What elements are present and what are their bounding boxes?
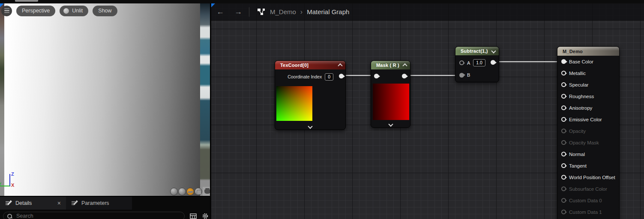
pin-label: World Position Offset <box>569 175 615 180</box>
tab-close-icon[interactable]: × <box>57 200 61 206</box>
collapse-down-icon[interactable] <box>491 48 496 53</box>
pin-normal[interactable] <box>561 152 566 156</box>
shape-cube-button[interactable] <box>195 188 202 195</box>
coordinate-index-value[interactable]: 0 <box>325 73 333 81</box>
perspective-button[interactable]: Perspective <box>16 6 55 16</box>
material-pin-row: Custom Data 0 <box>557 195 619 206</box>
search-box[interactable] <box>3 212 185 219</box>
collapse-up-icon[interactable] <box>402 63 407 68</box>
environment-left-edge <box>0 3 4 196</box>
material-pin-row: Tangent <box>557 160 619 171</box>
tab-parameters[interactable]: Parameters <box>66 197 132 210</box>
node-subtract[interactable]: Subtract(1,) A 1.0 B <box>455 46 499 82</box>
view-mode-label: Unlit <box>72 8 83 14</box>
show-label: Show <box>98 8 111 14</box>
chevron-down-icon <box>388 122 393 126</box>
node-material-header[interactable]: M_Demo <box>557 47 619 56</box>
pin-anisotropy[interactable] <box>561 105 566 110</box>
panel-focus-corner <box>211 3 215 7</box>
subtract-a-pin[interactable] <box>459 60 464 65</box>
coordinate-index-label: Coordinate Index <box>288 74 322 79</box>
z-axis-line <box>9 174 10 186</box>
pin-subsurface-color[interactable] <box>561 186 566 191</box>
material-graph-canvas[interactable]: ← → M_Demo › Material Graph TexCoord[0] … <box>211 3 644 219</box>
expand-toggle[interactable] <box>275 125 345 128</box>
shape-cylinder-button[interactable] <box>170 188 178 195</box>
window-tab-remnant <box>15 0 38 2</box>
material-preview-plane <box>4 3 200 196</box>
texcoord-output-pin[interactable] <box>339 74 344 78</box>
node-mask-title: Mask ( R ) <box>376 63 399 68</box>
axis-gizmo: Z X Y <box>0 170 26 191</box>
pin-emissive-color[interactable] <box>561 117 566 122</box>
shape-plane-button[interactable] <box>186 188 194 195</box>
mask-output-pin[interactable] <box>402 74 407 78</box>
subtract-input-b-row: B <box>459 72 470 78</box>
shape-sphere-button[interactable] <box>178 188 186 195</box>
pin-label: Custom Data 0 <box>569 198 602 203</box>
collapse-up-icon[interactable] <box>338 63 342 68</box>
tab-details[interactable]: Details × <box>0 197 66 210</box>
node-texcoord-header[interactable]: TexCoord[0] <box>275 61 345 69</box>
wire-subtract-to-basecolor[interactable] <box>492 61 563 62</box>
pin-label: Metallic <box>569 71 586 76</box>
pin-label: Anisotropy <box>569 105 592 111</box>
subtract-output-pin[interactable] <box>491 60 495 65</box>
search-input[interactable] <box>15 213 159 219</box>
node-subtract-title: Subtract(1,) <box>461 48 488 54</box>
preview-viewport[interactable]: Perspective Unlit Show Z X Y <box>0 3 210 196</box>
coordinate-index-row: Coordinate Index 0 <box>275 72 345 81</box>
pin-opacity-mask[interactable] <box>561 140 566 145</box>
window-top-strip <box>0 0 644 3</box>
details-search-row <box>0 211 210 219</box>
material-pin-row: Subsurface Color <box>557 183 619 195</box>
pin-roughness[interactable] <box>561 94 566 99</box>
forward-arrow-button[interactable]: → <box>229 7 247 16</box>
view-mode-icon <box>63 8 69 14</box>
material-pin-row: Emissive Color <box>557 114 619 125</box>
details-panel: Details × Parameters <box>0 196 210 219</box>
shape-teapot-button[interactable] <box>203 187 210 196</box>
mask-input-pin[interactable] <box>374 74 379 78</box>
subtract-a-value[interactable]: 1.0 <box>473 59 485 66</box>
parameters-icon <box>71 200 78 206</box>
pin-custom-data-1[interactable] <box>561 210 566 214</box>
pin-label: Opacity <box>569 129 586 134</box>
pin-world-position-offset[interactable] <box>561 175 566 180</box>
subtract-a-label: A <box>467 60 470 66</box>
viewport-menu-button[interactable] <box>1 6 12 16</box>
node-subtract-header[interactable]: Subtract(1,) <box>455 47 499 55</box>
node-mask[interactable]: Mask ( R ) <box>371 60 410 128</box>
breadcrumb-chevron-icon: › <box>300 8 303 16</box>
display-filter-icon[interactable] <box>190 213 197 219</box>
node-mask-header[interactable]: Mask ( R ) <box>371 61 410 69</box>
pin-metallic[interactable] <box>561 71 566 75</box>
breadcrumb-page[interactable]: Material Graph <box>307 8 349 15</box>
settings-gear-icon[interactable] <box>202 213 209 219</box>
graph-toolbar: ← → M_Demo › Material Graph <box>211 3 644 21</box>
node-material-result[interactable]: M_Demo Base ColorMetallicSpecularRoughne… <box>557 46 620 219</box>
x-axis-label: X <box>11 183 14 188</box>
pin-label: Opacity Mask <box>569 140 599 145</box>
material-pin-list: Base ColorMetallicSpecularRoughnessAniso… <box>557 56 619 218</box>
pin-specular[interactable] <box>561 82 566 87</box>
node-texcoord[interactable]: TexCoord[0] Coordinate Index 0 <box>275 60 346 130</box>
show-button[interactable]: Show <box>93 6 117 16</box>
pin-custom-data-0[interactable] <box>561 198 566 203</box>
pin-label: Roughness <box>569 94 594 99</box>
back-arrow-button[interactable]: ← <box>211 7 229 16</box>
breadcrumb-asset[interactable]: M_Demo <box>270 8 296 15</box>
wire-mask-to-subtract[interactable] <box>404 75 460 76</box>
expand-toggle[interactable] <box>371 123 410 126</box>
pin-tangent[interactable] <box>561 163 566 168</box>
view-mode-button[interactable]: Unlit <box>60 6 88 16</box>
subtract-b-label: B <box>467 72 470 78</box>
y-axis-line <box>0 186 10 186</box>
pin-opacity[interactable] <box>561 129 566 133</box>
preview-shape-buttons <box>170 187 210 196</box>
pin-base-color[interactable] <box>561 59 566 64</box>
material-pin-row: Base Color <box>557 56 619 67</box>
pin-label: Custom Data 1 <box>569 210 602 215</box>
subtract-b-pin[interactable] <box>459 73 464 78</box>
material-pin-row: Normal <box>557 148 619 160</box>
